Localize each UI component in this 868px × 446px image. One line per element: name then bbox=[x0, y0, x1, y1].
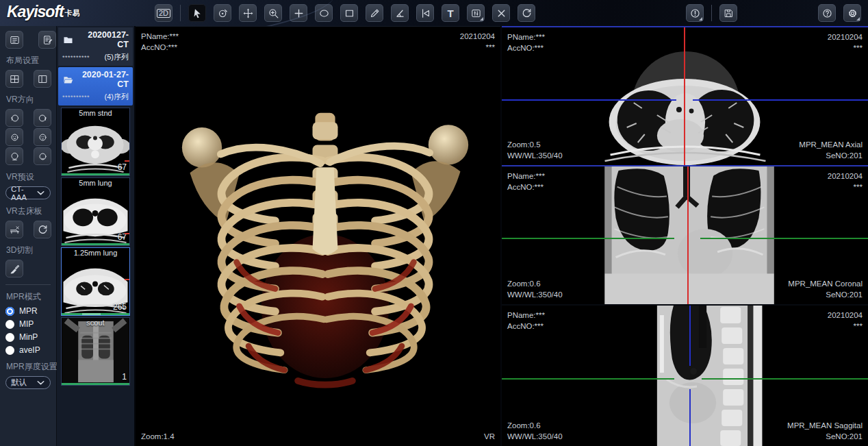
vr-head-left-button[interactable] bbox=[5, 109, 23, 127]
grid-2x2-layout-button[interactable] bbox=[5, 70, 23, 88]
gear-icon bbox=[847, 8, 858, 19]
cobb-angle-icon bbox=[420, 8, 431, 19]
coronal-crosshair-horizontal-green[interactable] bbox=[502, 238, 674, 239]
reset-view-button[interactable] bbox=[518, 4, 535, 22]
scalpel-cut-button[interactable] bbox=[5, 260, 23, 277]
cobb-angle-button[interactable] bbox=[416, 4, 434, 22]
mpr-mode-radio-mpr[interactable]: MPR bbox=[5, 306, 51, 316]
series-thumbnail-scout[interactable]: scout 1 bbox=[61, 317, 130, 386]
settings-button[interactable] bbox=[843, 4, 861, 22]
info-icon bbox=[689, 8, 701, 19]
mpr-thickness-dropdown[interactable]: 默认 bbox=[5, 376, 51, 389]
rectangle-icon bbox=[344, 8, 355, 19]
rotate-reset-icon bbox=[37, 224, 49, 236]
vr-head-top-button[interactable] bbox=[5, 147, 23, 165]
text-annotation-button[interactable]: T bbox=[442, 4, 459, 22]
slice-position-tick bbox=[125, 233, 129, 234]
mpr-mode-radio-aveip[interactable]: aveIP bbox=[5, 345, 51, 355]
coronal-crosshair-horizontal-green[interactable] bbox=[700, 238, 868, 239]
angle-measure-button[interactable] bbox=[391, 4, 409, 22]
mpr-coronal-viewport[interactable]: PName:***AccNO:*** 20210204*** Zoom:0.6W… bbox=[502, 166, 868, 306]
cursor-icon bbox=[192, 8, 203, 19]
windowing-tool-button[interactable] bbox=[214, 4, 231, 22]
vr-face-back-button[interactable] bbox=[34, 128, 51, 146]
sagittal-crosshair-vertical-blue[interactable] bbox=[689, 389, 691, 446]
vr-head-bottom-button[interactable] bbox=[34, 147, 51, 165]
wl-preset-button[interactable] bbox=[467, 4, 485, 22]
axial-crosshair-horizontal-blue[interactable] bbox=[502, 99, 676, 101]
mpr-thickness-label: MPR厚度设置 bbox=[6, 361, 51, 373]
study-date-overlay: 20210204*** bbox=[828, 171, 863, 193]
sagittal-crosshair-horizontal-green[interactable] bbox=[702, 378, 868, 380]
report-icon bbox=[42, 34, 53, 46]
study-date-overlay: 20210204*** bbox=[828, 310, 863, 332]
topbar-right-group bbox=[686, 4, 861, 22]
2d-mode-button[interactable]: 2D bbox=[155, 4, 173, 22]
study-date-overlay: 20210204*** bbox=[828, 32, 863, 53]
mpr-mode-label: MPR模式 bbox=[6, 291, 51, 303]
restore-bed-button[interactable] bbox=[34, 221, 51, 238]
report-button[interactable] bbox=[38, 31, 56, 49]
axial-crosshair-vertical-red[interactable] bbox=[684, 27, 685, 165]
study-item-selected[interactable]: 2020-01-27-CT ********** (4)序列 bbox=[58, 67, 133, 106]
info-button[interactable] bbox=[686, 4, 704, 22]
series-thumbnail-5mm-lung[interactable]: 5mm lung 67 bbox=[61, 177, 130, 246]
view-name-overlay: MPR_MEAN CoronalSeNO:201 bbox=[788, 278, 863, 300]
zoom-tool-button[interactable] bbox=[264, 4, 282, 22]
pencil-icon bbox=[369, 8, 381, 19]
mpr-axial-viewport[interactable]: PName:***AccNO:*** 20210204*** Zoom:0.5W… bbox=[502, 26, 868, 166]
vr-3d-viewport[interactable]: PName:***AccNO:*** 20210204*** Zoom:1.4 … bbox=[136, 26, 500, 446]
study-date-overlay: 20210204*** bbox=[460, 31, 495, 53]
vr-face-front-button[interactable] bbox=[5, 128, 23, 146]
coronal-crosshair-vertical-red[interactable] bbox=[687, 166, 689, 304]
load-progress-bar bbox=[62, 173, 129, 175]
length-measure-button[interactable] bbox=[366, 4, 383, 22]
grid-right-layout-button[interactable] bbox=[34, 70, 51, 88]
mpr-mode-radio-mip[interactable]: MIP bbox=[5, 319, 51, 329]
volume-render-ribcage-image bbox=[178, 108, 472, 398]
chevron-down-icon bbox=[35, 377, 47, 388]
crosshair-icon bbox=[293, 8, 305, 19]
head-top-icon bbox=[9, 151, 21, 162]
zoom-overlay: Zoom:1.4 bbox=[141, 431, 175, 442]
crosshair-tool-button[interactable] bbox=[290, 4, 307, 22]
folder-icon bbox=[62, 34, 75, 45]
series-thumbnail-125mm-lung[interactable]: 1.25mm lung 265 bbox=[61, 247, 130, 316]
ellipse-icon bbox=[318, 8, 330, 19]
rotate-reset-icon bbox=[521, 8, 533, 19]
load-progress-bar bbox=[62, 243, 129, 245]
ellipse-roi-button[interactable] bbox=[315, 4, 333, 22]
series-thumbnail-5mm-stnd[interactable]: 5mm stnd 67 bbox=[61, 108, 130, 176]
study-item[interactable]: 20200127-CT ********** (5)序列 bbox=[58, 27, 133, 66]
mpr-mode-radio-minp[interactable]: MinP bbox=[5, 332, 51, 342]
layout-panel-button[interactable] bbox=[5, 31, 23, 49]
vr-preset-dropdown[interactable]: CT-AAA bbox=[5, 186, 51, 199]
sagittal-crosshair-vertical-blue[interactable] bbox=[689, 306, 691, 366]
mpr-sagittal-viewport[interactable]: PName:***AccNO:*** 20210204*** Zoom:0.6W… bbox=[502, 306, 868, 446]
series-count: (4)序列 bbox=[105, 92, 129, 102]
toolbar-separator bbox=[180, 5, 181, 21]
load-progress-bar bbox=[62, 383, 129, 385]
axial-crosshair-horizontal-blue[interactable] bbox=[693, 99, 868, 101]
radio-icon bbox=[5, 333, 14, 342]
delete-annotation-button[interactable] bbox=[492, 4, 510, 22]
cut-3d-label: 3D切割 bbox=[6, 245, 51, 256]
save-button[interactable] bbox=[719, 4, 737, 22]
pan-tool-button[interactable] bbox=[239, 4, 257, 22]
pan-icon bbox=[242, 8, 254, 19]
zoom-wwwl-overlay: Zoom:0.6WW/WL:350/40 bbox=[507, 420, 563, 442]
patient-overlay: PName:***AccNO:*** bbox=[141, 31, 179, 53]
magnifier-plus-icon bbox=[268, 8, 279, 19]
sagittal-crosshair-horizontal-green[interactable] bbox=[502, 378, 674, 380]
remove-bed-button[interactable] bbox=[5, 221, 23, 238]
scout-thumbnail-image bbox=[62, 318, 129, 385]
cursor-tool-button[interactable] bbox=[188, 4, 206, 22]
app-logo: Kayisoft卡易 bbox=[7, 3, 80, 21]
vr-preset-label: VR预设 bbox=[6, 171, 51, 183]
help-button[interactable] bbox=[818, 4, 836, 22]
vr-head-right-button[interactable] bbox=[34, 109, 51, 127]
view-name-overlay: MPR_MEAN AxialSeNO:201 bbox=[799, 139, 863, 161]
angle-icon bbox=[394, 8, 406, 19]
rectangle-roi-button[interactable] bbox=[340, 4, 358, 22]
series-count: (5)序列 bbox=[105, 52, 129, 62]
